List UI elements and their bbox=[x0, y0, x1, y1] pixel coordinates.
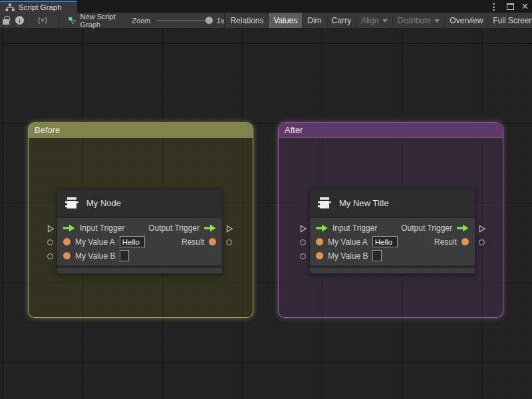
value-b-row: My Value B bbox=[310, 249, 475, 263]
node-my-node[interactable]: My Node Input Trigger Output Trigger bbox=[57, 188, 223, 274]
value-port-dot-icon[interactable] bbox=[462, 238, 469, 245]
node-body: Input Trigger Output Trigger My Value A bbox=[310, 218, 475, 265]
node-body: Input Trigger Output Trigger My Value A bbox=[57, 218, 222, 265]
toolbar-button-carry[interactable]: Carry bbox=[327, 13, 356, 28]
group-after-header[interactable]: After bbox=[279, 123, 503, 138]
dropdown-caret-icon bbox=[382, 19, 388, 23]
value-port-dot-icon[interactable] bbox=[316, 252, 323, 259]
trigger-row: Input Trigger Output Trigger bbox=[57, 221, 222, 235]
node-footer bbox=[57, 268, 222, 273]
value-b-input[interactable] bbox=[120, 250, 129, 261]
flow-arrow-icon[interactable] bbox=[204, 224, 216, 232]
node-header[interactable]: My New Title bbox=[310, 189, 475, 218]
trigger-row: Input Trigger Output Trigger bbox=[310, 221, 475, 235]
value-a-input[interactable] bbox=[372, 236, 398, 247]
value-port-dot-icon[interactable] bbox=[63, 252, 70, 259]
port-label: My Value A bbox=[75, 237, 115, 247]
zoom-slider[interactable] bbox=[156, 20, 211, 21]
value-port-dot-icon[interactable] bbox=[63, 238, 70, 245]
value-input-port[interactable] bbox=[300, 239, 306, 245]
group-title: After bbox=[285, 125, 303, 135]
unit-node-icon bbox=[317, 195, 332, 211]
value-input-port[interactable] bbox=[47, 239, 53, 245]
node-title: My Node bbox=[86, 198, 121, 208]
script-graph-teal-icon bbox=[68, 16, 76, 25]
value-output-port[interactable] bbox=[226, 239, 232, 245]
port-label: Output Trigger bbox=[401, 223, 452, 233]
toolbar-button-dim[interactable]: Dim bbox=[303, 13, 327, 28]
lock-icon bbox=[3, 19, 9, 25]
tab-bar: Script Graph ⋮ × bbox=[0, 0, 532, 13]
value-b-input[interactable] bbox=[372, 250, 382, 261]
flow-arrow-icon[interactable] bbox=[63, 224, 75, 232]
port-label: Result bbox=[434, 237, 457, 247]
group-before-header[interactable]: Before bbox=[29, 123, 253, 138]
value-a-input[interactable] bbox=[120, 236, 145, 247]
value-a-row: My Value A Result bbox=[57, 235, 222, 249]
value-a-row: My Value A Result bbox=[310, 235, 475, 249]
port-label: My Value B bbox=[75, 251, 115, 261]
code-view-button[interactable]: ⟨×⟩ bbox=[27, 13, 60, 28]
node-my-new-title[interactable]: My New Title Input Trigger Output Trigge… bbox=[309, 188, 475, 274]
zoom-label: Zoom bbox=[132, 17, 150, 25]
hierarchy-icon bbox=[5, 3, 15, 11]
port-label: My Value A bbox=[328, 237, 368, 247]
port-label: Input Trigger bbox=[332, 223, 377, 233]
flow-arrow-icon[interactable] bbox=[457, 224, 469, 232]
value-output-port[interactable] bbox=[479, 239, 485, 245]
window-menu-icon[interactable]: ⋮ bbox=[489, 2, 499, 11]
zoom-control: Zoom 1x bbox=[126, 13, 225, 28]
unit-node-icon bbox=[64, 195, 80, 211]
zoom-value: 1x bbox=[217, 17, 225, 25]
toolbar-button-fullscreen[interactable]: Full Screen bbox=[488, 13, 532, 28]
info-icon: i bbox=[15, 16, 24, 25]
close-icon[interactable]: × bbox=[522, 2, 528, 11]
value-input-port[interactable] bbox=[300, 253, 306, 259]
tab-label: Script Graph bbox=[19, 3, 62, 11]
flow-arrow-icon[interactable] bbox=[316, 224, 328, 232]
code-brackets-icon: ⟨×⟩ bbox=[37, 16, 47, 25]
port-label: My Value B bbox=[328, 251, 368, 261]
node-title: My New Title bbox=[339, 198, 388, 208]
script-graph-window: Script Graph ⋮ × i ⟨×⟩ New Script Graph bbox=[0, 0, 532, 399]
graph-name: New Script Graph bbox=[80, 13, 127, 29]
node-footer bbox=[310, 268, 475, 273]
toolbar-button-align[interactable]: Align bbox=[356, 13, 393, 28]
port-label: Output Trigger bbox=[148, 223, 200, 233]
zoom-slider-handle[interactable] bbox=[205, 17, 213, 24]
flow-input-port[interactable] bbox=[47, 225, 55, 233]
graph-breadcrumb[interactable]: New Script Graph bbox=[59, 13, 126, 28]
value-port-dot-icon[interactable] bbox=[316, 238, 323, 245]
value-b-row: My Value B bbox=[57, 249, 222, 263]
dropdown-caret-icon bbox=[434, 19, 440, 23]
toolbar-button-distribute[interactable]: Distribute bbox=[393, 13, 446, 28]
flow-output-port[interactable] bbox=[478, 225, 486, 233]
value-input-port[interactable] bbox=[47, 253, 53, 259]
flow-input-port[interactable] bbox=[299, 225, 307, 233]
maximize-icon[interactable] bbox=[507, 3, 514, 10]
node-header[interactable]: My Node bbox=[57, 189, 222, 218]
toolbar-button-values[interactable]: Values bbox=[269, 13, 303, 28]
tab-script-graph[interactable]: Script Graph bbox=[0, 1, 77, 13]
graph-toolbar: i ⟨×⟩ New Script Graph Zoom 1x Relations… bbox=[0, 13, 532, 29]
lock-button[interactable] bbox=[0, 13, 13, 28]
value-port-dot-icon[interactable] bbox=[209, 238, 216, 245]
group-title: Before bbox=[35, 125, 60, 135]
port-label: Result bbox=[182, 237, 204, 247]
node-before-wrap: My Node Input Trigger Output Trigger bbox=[47, 188, 238, 279]
toolbar-button-relations[interactable]: Relations bbox=[225, 13, 269, 28]
graph-canvas[interactable]: Before After bbox=[0, 29, 532, 399]
toolbar-button-overview[interactable]: Overview bbox=[445, 13, 488, 28]
info-button[interactable]: i bbox=[13, 13, 27, 28]
flow-output-port[interactable] bbox=[225, 225, 233, 233]
port-label: Input Trigger bbox=[80, 223, 124, 233]
node-after-wrap: My New Title Input Trigger Output Trigge… bbox=[299, 188, 491, 279]
